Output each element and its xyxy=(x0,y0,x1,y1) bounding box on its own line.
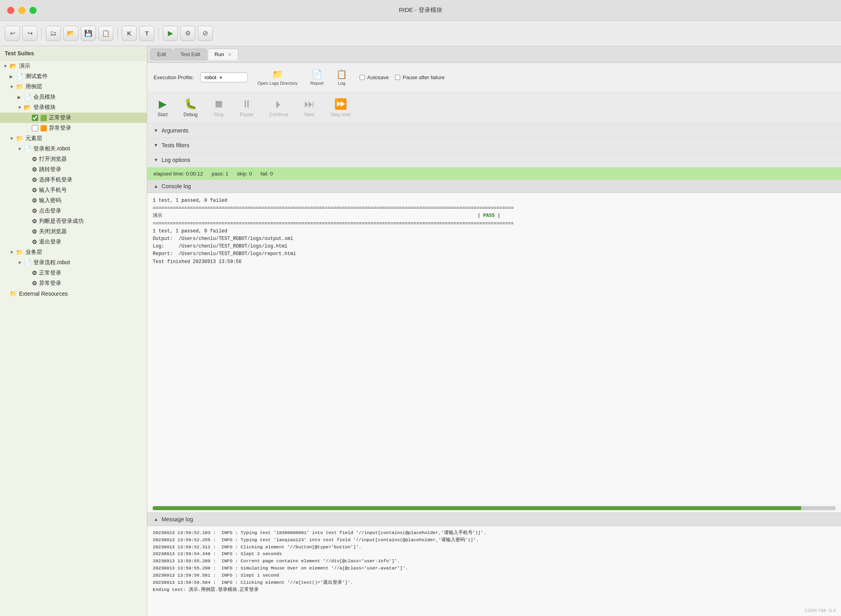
pass-badge: | PASS | xyxy=(477,213,500,218)
report-label: Report xyxy=(310,81,323,86)
log-options-header[interactable]: ▼ Log options xyxy=(147,153,841,167)
main-layout: Test Suites ▼📂演示▶📄测试套件▼📁用例层▶📄会员模块▼📂登录模块🟩… xyxy=(0,46,841,616)
tree-label-login-flow-robot: 登录流程.robot xyxy=(33,259,70,266)
tab-edit[interactable]: Edit xyxy=(150,49,173,60)
message-line: 20230913 13:59:52.103 : INFO : Typing te… xyxy=(153,529,835,536)
toolbar-sep-3 xyxy=(158,27,159,39)
tab-run-close[interactable]: ✕ xyxy=(228,52,232,57)
tree-arrow-icon: ▼ xyxy=(3,64,8,68)
tests-filters-title: Tests filters xyxy=(162,142,189,148)
sidebar-item-test-suite[interactable]: ▶📄测试套件 xyxy=(0,71,147,82)
console-line: 演示 | PASS | xyxy=(153,212,835,220)
toolbar-copy[interactable]: 📋 xyxy=(98,26,113,41)
pause-after-failure-checkbox[interactable] xyxy=(395,75,400,80)
sidebar-item-jump-login[interactable]: ⚙跳转登录 xyxy=(0,164,147,175)
close-button[interactable] xyxy=(7,7,14,14)
progress-bar-container xyxy=(153,506,835,510)
sidebar-item-member-module[interactable]: ▶📄会员模块 xyxy=(0,92,147,102)
tree-icon-external-resources: 📁 xyxy=(10,290,17,297)
pause-button[interactable]: ⏸ Pause xyxy=(236,96,257,119)
toolbar-save[interactable]: 💾 xyxy=(81,26,96,41)
tree-label-judge-login-success: 判断是否登录成功 xyxy=(39,218,84,225)
sidebar-item-abnormal-login-biz[interactable]: ⚙异常登录 xyxy=(0,278,147,289)
message-line: 20230913 13:59:52.255 : INFO : Typing te… xyxy=(153,536,835,544)
sidebar-item-open-browser[interactable]: ⚙打开浏览器 xyxy=(0,154,147,164)
console-line: Test finished 20230913 13:59:56 xyxy=(153,258,835,266)
tree-container: ▼📂演示▶📄测试套件▼📁用例层▶📄会员模块▼📂登录模块🟩正常登录🟧异常登录▼📁元… xyxy=(0,61,147,299)
tree-checkbox-abnormal-login[interactable] xyxy=(32,125,38,131)
sidebar-item-demo[interactable]: ▼📂演示 xyxy=(0,61,147,71)
console-body: 1 test, 1 passed, 0 failed==============… xyxy=(147,193,841,504)
open-logs-dir-button[interactable]: 📁 Open Logs Directory xyxy=(254,68,301,87)
sidebar-item-business-layer[interactable]: ▼📁业务层 xyxy=(0,247,147,257)
tree-icon-normal-login-biz: ⚙ xyxy=(32,269,37,277)
tests-filters-arrow-icon: ▼ xyxy=(154,142,158,148)
sidebar-item-input-password[interactable]: ⚙输入密码 xyxy=(0,195,147,206)
sidebar-item-input-phone[interactable]: ⚙输入手机号 xyxy=(0,185,147,195)
sidebar-item-abnormal-login[interactable]: 🟧异常登录 xyxy=(0,123,147,133)
tab-text-edit[interactable]: Text Edit xyxy=(173,49,207,60)
report-button[interactable]: 📄 Report xyxy=(307,68,327,87)
step-over-button[interactable]: ⏩ Step over xyxy=(327,96,355,119)
tree-arrow-icon: ▼ xyxy=(10,250,14,255)
sidebar-item-judge-login-success[interactable]: ⚙判断是否登录成功 xyxy=(0,216,147,226)
tree-test-icon: 🟧 xyxy=(40,125,47,131)
toolbar-run[interactable]: ▶ xyxy=(163,26,178,41)
right-panel: Edit Text Edit Run ✕ Execution Profile: … xyxy=(147,46,841,616)
sidebar-item-login-robot[interactable]: ▼📄登录相关.robot xyxy=(0,144,147,154)
autosave-label: Autosave xyxy=(367,74,389,80)
sidebar-item-login-flow-robot[interactable]: ▼📄登录流程.robot xyxy=(0,257,147,268)
console-line: ========================================… xyxy=(153,205,835,212)
minimize-button[interactable] xyxy=(18,7,25,14)
tree-icon-test-suite: 📄 xyxy=(16,73,23,80)
tab-run[interactable]: Run ✕ xyxy=(208,49,238,60)
autosave-group: Autosave xyxy=(360,74,389,80)
sidebar-item-normal-login[interactable]: 🟩正常登录 xyxy=(0,113,147,123)
message-line: 20230913 13:59:55.290 : INFO : Simulatin… xyxy=(153,565,835,572)
tree-label-external-resources: External Resources xyxy=(19,290,68,297)
stop-label: Stop xyxy=(214,112,224,117)
log-button[interactable]: 📋 Log xyxy=(333,68,350,87)
tree-checkbox-normal-login[interactable] xyxy=(32,115,38,121)
arguments-section: ▼ Arguments xyxy=(147,123,841,138)
tests-filters-header[interactable]: ▼ Tests filters xyxy=(147,138,841,152)
next-label: Next xyxy=(304,112,314,117)
autosave-checkbox[interactable] xyxy=(360,75,365,80)
maximize-button[interactable] xyxy=(29,7,37,14)
start-button[interactable]: ▶ Start xyxy=(154,96,171,119)
titlebar: RIDE - 登录模块 xyxy=(0,0,841,21)
sidebar: Test Suites ▼📂演示▶📄测试套件▼📁用例层▶📄会员模块▼📂登录模块🟩… xyxy=(0,46,147,616)
sidebar-item-external-resources[interactable]: 📁External Resources xyxy=(0,289,147,299)
step-over-icon: ⏩ xyxy=(334,98,347,110)
sidebar-item-click-login[interactable]: ⚙点击登录 xyxy=(0,206,147,216)
sidebar-item-normal-login-biz[interactable]: ⚙正常登录 xyxy=(0,268,147,278)
toolbar-k[interactable]: K xyxy=(122,26,137,41)
arguments-header[interactable]: ▼ Arguments xyxy=(147,123,841,138)
next-button[interactable]: ⏭ Next xyxy=(300,96,319,119)
toolbar-open[interactable]: 📂 xyxy=(63,26,78,41)
message-title: Message log xyxy=(162,516,193,522)
log-options-section: ▼ Log options xyxy=(147,153,841,168)
sidebar-item-use-case[interactable]: ▼📁用例层 xyxy=(0,82,147,92)
sidebar-item-element-layer[interactable]: ▼📁元素层 xyxy=(0,133,147,144)
arguments-arrow-icon: ▼ xyxy=(154,128,158,133)
sidebar-item-select-phone-login[interactable]: ⚙选择手机登录 xyxy=(0,175,147,185)
sidebar-item-close-browser[interactable]: ⚙关闭浏览器 xyxy=(0,226,147,237)
tree-label-element-layer: 元素层 xyxy=(25,135,42,142)
sidebar-item-login-module[interactable]: ▼📂登录模块 xyxy=(0,102,147,113)
toolbar-forward[interactable]: ↪ xyxy=(22,26,37,41)
pause-after-failure-label: Pause after failure xyxy=(403,74,445,80)
message-arrow-icon: ▲ xyxy=(154,517,158,522)
exec-profile-select[interactable]: robot ▼ xyxy=(200,72,248,82)
toolbar-t[interactable]: T xyxy=(139,26,154,41)
toolbar-cancel[interactable]: ⊘ xyxy=(198,26,213,41)
stop-button[interactable]: ⏹ Stop xyxy=(210,96,228,119)
toolbar-new-project[interactable]: 🗂 xyxy=(46,26,61,41)
toolbar-back[interactable]: ↩ xyxy=(5,26,20,41)
tree-icon-login-robot: 📄 xyxy=(24,145,31,152)
continue-button[interactable]: ⏵ Continue xyxy=(265,96,292,119)
sidebar-item-quit-login[interactable]: ⚙退出登录 xyxy=(0,237,147,247)
tree-label-select-phone-login: 选择手机登录 xyxy=(39,176,72,183)
toolbar-settings[interactable]: ⚙ xyxy=(180,26,195,41)
debug-button[interactable]: 🐛 Debug xyxy=(179,96,201,119)
